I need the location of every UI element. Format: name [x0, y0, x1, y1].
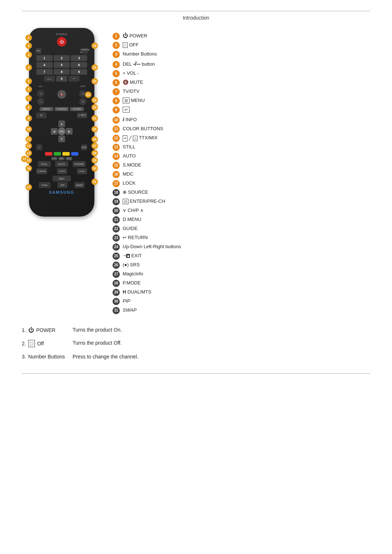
key-9[interactable]: 9 — [71, 69, 87, 75]
badge-10: 10 — [25, 126, 32, 132]
key-4[interactable]: 4 — [36, 62, 53, 68]
label-item-21: 21 D.MENU — [113, 216, 370, 223]
bottom-rule — [22, 373, 370, 374]
color-btn-blue[interactable] — [71, 152, 78, 156]
mdc-row: MDC — [33, 176, 90, 181]
vol-down[interactable]: – — [37, 98, 44, 105]
label-text-3: Number Buttons — [123, 51, 157, 57]
return-button[interactable]: ↩ RET — [77, 112, 87, 118]
dpad-up[interactable]: ▲ — [58, 120, 65, 127]
dpad-right[interactable]: ▶ — [66, 128, 73, 135]
key-5[interactable]: 5 — [54, 62, 70, 68]
bottom-item-2: 2. □ Off Turns the product Off. — [22, 340, 370, 347]
key-6[interactable]: 6 — [71, 62, 87, 68]
tv-button[interactable]: MENU — [40, 107, 53, 111]
smode-button[interactable]: S.MODE — [36, 168, 47, 174]
badge-26: 26 — [91, 136, 98, 143]
label-text-2: □ OFF — [123, 42, 139, 48]
remote-container: 1 2 18 3 4 19 5 20 6 21 7 22 8 — [22, 28, 102, 316]
label-item-13: 13 STILL — [113, 144, 370, 151]
badge-num-16: 16 — [113, 171, 120, 178]
badge-9: 9 — [25, 115, 32, 122]
color-btn-yellow[interactable] — [62, 152, 70, 156]
mix-button[interactable]: MIX — [58, 157, 65, 160]
ttx-button[interactable]: TTX — [51, 157, 57, 160]
pip-button[interactable]: PIP — [57, 182, 68, 188]
source-button[interactable]: SOURCE ⊕ — [82, 48, 88, 54]
dual-pip-row: Magic PIP SWAP — [36, 182, 88, 188]
off-button[interactable]: OFF — [36, 48, 41, 54]
key-3[interactable]: 3 — [71, 55, 87, 61]
label-text-19: ⊡ ENTER/PRE-CH — [123, 198, 165, 205]
lock-button[interactable]: LOCK — [57, 168, 67, 174]
still-button[interactable]: STILL — [38, 161, 51, 167]
badge-2: 2 — [25, 42, 32, 49]
label-item-15: 15 S.MODE — [113, 162, 370, 169]
badge-num-3: 3 — [113, 51, 120, 58]
label-text-25: ⊣■ EXIT — [123, 253, 142, 259]
badge-num-26: 26 — [113, 262, 120, 269]
info-button[interactable]: i — [36, 144, 42, 150]
mdc-button[interactable]: MDC — [53, 176, 71, 181]
label-text-21: D.MENU — [123, 216, 141, 223]
badge-8: 8 — [25, 104, 32, 111]
dmenu-button[interactable]: D.MENU — [55, 107, 69, 111]
swap-button[interactable]: SWAP — [74, 182, 85, 188]
badge-19: 19 — [91, 64, 98, 71]
label-item-30: 30 PIP — [113, 298, 370, 305]
guide-button[interactable]: GUIDE — [70, 107, 84, 111]
label-text-24: Up-Down Left-Right buttons — [123, 243, 181, 250]
badge-12: 12 — [25, 143, 32, 149]
dpad-center[interactable]: OK — [58, 127, 66, 135]
vol-up[interactable]: + — [37, 90, 44, 97]
badge-7: 7 — [25, 95, 32, 102]
label-item-26: 26 (●) SRS — [113, 262, 370, 269]
bottom-desc-1: Turns the product On. — [73, 327, 122, 333]
key-7[interactable]: 7 — [36, 69, 53, 75]
menu-button[interactable]: ⊟ — [36, 112, 46, 118]
del-zero-row: –/–– 0 ↩ — [36, 76, 87, 82]
label-text-29: H DUAL/MTS — [123, 289, 151, 295]
badge-num-17: 17 — [113, 180, 120, 187]
exit-button[interactable]: EXIT — [81, 144, 87, 150]
bottom-num-label-1: 1. — [22, 327, 26, 333]
dual-mts-button[interactable]: DUAL — [77, 168, 87, 174]
key-0[interactable]: 0 — [56, 76, 67, 82]
label-text-26: (●) SRS — [123, 262, 140, 268]
badge-5: 5 — [25, 78, 32, 85]
bottom-section: 1. ⏻ POWER Turns the product On. 2. □ Of… — [0, 316, 392, 373]
bottom-desc-3: Press to change the channel. — [73, 354, 138, 360]
del-button[interactable]: –/–– — [44, 76, 55, 82]
lock-row: S.MODE LOCK DUAL — [33, 168, 90, 175]
color-btn-green[interactable] — [54, 152, 61, 156]
power-button[interactable]: ⏻ — [57, 37, 66, 46]
off-icon-bottom: □ — [28, 340, 35, 347]
label-text-22: GUIDE — [123, 225, 138, 232]
badge-1: 1 — [25, 34, 32, 41]
badge-num-15: 15 — [113, 162, 120, 169]
srs-button[interactable]: SRS — [66, 157, 72, 160]
badge-num-8: 8 — [113, 97, 120, 104]
ch-down[interactable]: ∨ — [79, 98, 86, 105]
badge-20: 20 — [91, 78, 98, 85]
dpad-left[interactable]: ◀ — [51, 128, 57, 135]
label-item-27: 27 MagicInfo — [113, 271, 370, 278]
dpad-down[interactable]: ▼ — [58, 136, 65, 142]
label-item-5: 5 + VOL - — [113, 70, 370, 77]
key-8[interactable]: 8 — [54, 69, 70, 75]
label-item-17: 17 LOCK — [113, 180, 370, 187]
color-btn-red[interactable] — [45, 152, 52, 156]
key-2[interactable]: 2 — [54, 55, 70, 61]
label-text-14: AUTO — [123, 153, 136, 159]
label-item-29: 29 H DUAL/MTS — [113, 289, 370, 296]
badge-num-18: 18 — [113, 189, 120, 196]
auto-button[interactable]: AUTO — [55, 161, 68, 167]
badge-num-24: 24 — [113, 243, 120, 251]
magicinfo-button[interactable]: Magic — [39, 182, 50, 188]
ch-label: CH/P — [80, 83, 86, 89]
mute-button[interactable]: 🔇 — [57, 90, 66, 99]
pmode-button[interactable]: P.MODE — [73, 161, 86, 167]
key-1[interactable]: 1 — [36, 55, 53, 61]
enter-button[interactable]: ↩ — [69, 76, 79, 82]
main-content: 1 2 18 3 4 19 5 20 6 21 7 22 8 — [0, 28, 392, 316]
